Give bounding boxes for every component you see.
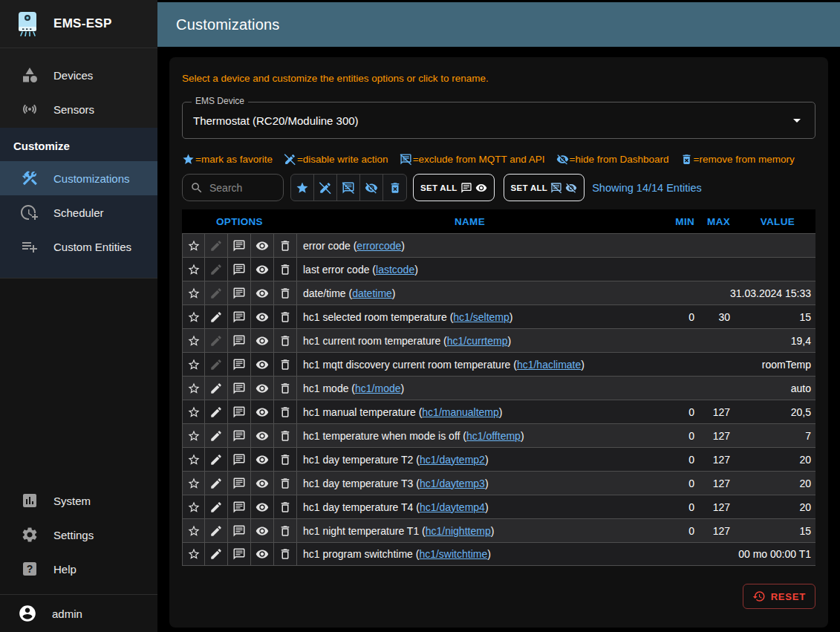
visibility-button[interactable] <box>251 353 274 376</box>
visibility-button[interactable] <box>251 377 274 400</box>
favorite-button[interactable] <box>182 448 205 471</box>
visibility-button[interactable] <box>251 472 274 495</box>
delete-button[interactable] <box>274 519 297 542</box>
visibility-button[interactable] <box>251 495 274 518</box>
mqtt-exclude-button[interactable] <box>228 519 251 542</box>
search-input[interactable] <box>209 182 277 194</box>
entity-shortname-link[interactable]: lastcode <box>376 264 414 276</box>
favorite-button[interactable] <box>182 543 205 565</box>
delete-button[interactable] <box>274 305 297 328</box>
entity-shortname-link[interactable]: errorcode <box>356 240 401 252</box>
mqtt-exclude-button[interactable] <box>228 305 251 328</box>
ems-device-select[interactable]: EMS Device Thermostat (RC20/Moduline 300… <box>182 102 815 139</box>
favorite-button[interactable] <box>182 495 205 518</box>
mqtt-exclude-button[interactable] <box>228 495 251 518</box>
delete-button[interactable] <box>274 495 297 518</box>
edit-button[interactable] <box>205 472 228 495</box>
visibility-button[interactable] <box>251 258 274 281</box>
edit-button[interactable] <box>205 258 228 281</box>
favorite-button[interactable] <box>182 472 205 495</box>
visibility-button[interactable] <box>251 448 274 471</box>
sidebar-item-customizations[interactable]: Customizations <box>0 161 157 195</box>
mqtt-exclude-button[interactable] <box>228 329 251 352</box>
entity-shortname-link[interactable]: hc1/offtemp <box>466 430 521 442</box>
edit-button[interactable] <box>205 543 228 565</box>
favorite-button[interactable] <box>182 281 205 304</box>
sidebar-item-system[interactable]: System <box>0 483 157 518</box>
edit-button[interactable] <box>205 519 228 542</box>
entity-shortname-link[interactable]: hc1/currtemp <box>447 335 508 347</box>
filter-disable-write-button[interactable] <box>314 175 337 201</box>
edit-button[interactable] <box>205 305 228 328</box>
edit-button[interactable] <box>205 448 228 471</box>
filter-remove-memory-button[interactable] <box>383 175 406 201</box>
entity-shortname-link[interactable]: hc1/switchtime <box>419 548 487 560</box>
edit-button[interactable] <box>205 495 228 518</box>
mqtt-exclude-button[interactable] <box>228 400 251 423</box>
set-all-hide-button[interactable]: SET ALL <box>504 174 585 201</box>
delete-button[interactable] <box>274 377 297 400</box>
favorite-button[interactable] <box>182 377 205 400</box>
edit-button[interactable] <box>205 377 228 400</box>
entity-shortname-link[interactable]: hc1/daytemp3 <box>420 478 485 489</box>
favorite-button[interactable] <box>182 329 205 352</box>
sidebar-item-settings[interactable]: Settings <box>0 518 157 552</box>
visibility-button[interactable] <box>251 281 274 304</box>
entity-shortname-link[interactable]: hc1/seltemp <box>453 311 509 323</box>
filter-hide-dashboard-button[interactable] <box>360 175 383 201</box>
filter-favorite-button[interactable] <box>291 175 314 201</box>
sidebar-item-custom-entities[interactable]: Custom Entities <box>0 229 157 264</box>
mqtt-exclude-button[interactable] <box>228 353 251 376</box>
reset-button[interactable]: RESET <box>743 584 815 609</box>
delete-button[interactable] <box>274 281 297 304</box>
visibility-button[interactable] <box>251 519 274 542</box>
delete-button[interactable] <box>274 424 297 447</box>
filter-exclude-mqtt-button[interactable] <box>337 175 360 201</box>
sidebar-item-devices[interactable]: Devices <box>0 58 157 92</box>
visibility-button[interactable] <box>251 400 274 423</box>
edit-button[interactable] <box>205 329 228 352</box>
delete-button[interactable] <box>274 543 297 565</box>
user-menu[interactable]: admin <box>0 594 157 632</box>
entity-shortname-link[interactable]: datetime <box>352 287 392 299</box>
delete-button[interactable] <box>274 329 297 352</box>
mqtt-exclude-button[interactable] <box>228 448 251 471</box>
edit-button[interactable] <box>205 281 228 304</box>
mqtt-exclude-button[interactable] <box>228 472 251 495</box>
sidebar-item-sensors[interactable]: Sensors <box>0 92 157 126</box>
sidebar-item-help[interactable]: Help <box>0 552 157 586</box>
edit-button[interactable] <box>205 353 228 376</box>
visibility-button[interactable] <box>251 543 274 565</box>
mqtt-exclude-button[interactable] <box>228 281 251 304</box>
entity-shortname-link[interactable]: hc1/haclimate <box>517 359 581 371</box>
edit-button[interactable] <box>205 234 228 257</box>
edit-button[interactable] <box>205 400 228 423</box>
favorite-button[interactable] <box>182 519 205 542</box>
delete-button[interactable] <box>274 234 297 257</box>
mqtt-exclude-button[interactable] <box>228 377 251 400</box>
delete-button[interactable] <box>274 400 297 423</box>
mqtt-exclude-button[interactable] <box>228 234 251 257</box>
edit-button[interactable] <box>205 424 228 447</box>
mqtt-exclude-button[interactable] <box>228 424 251 447</box>
delete-button[interactable] <box>274 258 297 281</box>
favorite-button[interactable] <box>182 234 205 257</box>
visibility-button[interactable] <box>251 234 274 257</box>
sidebar-item-scheduler[interactable]: Scheduler <box>0 195 157 229</box>
mqtt-exclude-button[interactable] <box>228 258 251 281</box>
favorite-button[interactable] <box>182 424 205 447</box>
favorite-button[interactable] <box>182 400 205 423</box>
entity-shortname-link[interactable]: hc1/daytemp2 <box>420 454 485 466</box>
entity-shortname-link[interactable]: hc1/daytemp4 <box>420 501 485 513</box>
entity-shortname-link[interactable]: hc1/mode <box>355 382 400 394</box>
mqtt-exclude-button[interactable] <box>228 543 251 565</box>
entity-shortname-link[interactable]: hc1/nighttemp <box>426 525 491 537</box>
visibility-button[interactable] <box>251 424 274 447</box>
favorite-button[interactable] <box>182 305 205 328</box>
delete-button[interactable] <box>274 353 297 376</box>
delete-button[interactable] <box>274 448 297 471</box>
delete-button[interactable] <box>274 472 297 495</box>
favorite-button[interactable] <box>182 353 205 376</box>
visibility-button[interactable] <box>251 329 274 352</box>
visibility-button[interactable] <box>251 305 274 328</box>
